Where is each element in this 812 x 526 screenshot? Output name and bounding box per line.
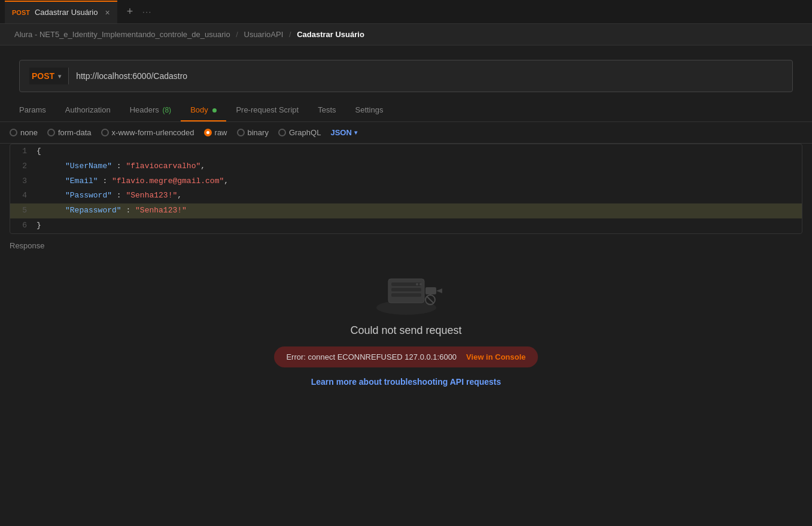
body-type-row: none form-data x-www-form-urlencoded raw…: [0, 122, 812, 144]
radio-urlencoded-circle: [101, 129, 109, 136]
json-format-select[interactable]: JSON ▾: [330, 128, 357, 137]
url-input[interactable]: [76, 71, 783, 81]
error-area: Could not send request Error: connect EC…: [0, 255, 812, 399]
tab-body[interactable]: Body: [181, 99, 226, 121]
radio-binary-circle: [237, 129, 245, 136]
error-illustration: [370, 267, 442, 315]
radio-raw-circle: [204, 129, 212, 136]
code-line-2: 2"UserName" : "flaviocarvalho",: [10, 159, 802, 174]
radio-graphql-circle: [278, 129, 286, 136]
error-message: Error: connect ECONNREFUSED 127.0.0.1:60…: [286, 352, 457, 361]
method-chevron-icon: ▾: [58, 73, 61, 80]
line-number: 6: [10, 220, 34, 232]
learn-more-link[interactable]: Learn more about troubleshooting API req…: [311, 377, 501, 387]
method-label: POST: [32, 71, 54, 81]
line-content: {: [34, 145, 802, 158]
tab-close-icon[interactable]: ×: [105, 8, 110, 17]
tab-headers[interactable]: Headers (8): [120, 99, 181, 121]
breadcrumb: Alura - NET5_e_Identity_Implementando_co…: [0, 24, 812, 45]
breadcrumb-current: Cadastrar Usuário: [297, 30, 364, 39]
request-tabs: Params Authorization Headers (8) Body Pr…: [0, 99, 812, 122]
tab-tests[interactable]: Tests: [308, 99, 345, 121]
tab-post-cadastrar[interactable]: POST Cadastrar Usuário ×: [5, 1, 117, 23]
line-number: 4: [10, 190, 34, 202]
svg-line-10: [427, 296, 434, 303]
tab-settings[interactable]: Settings: [346, 99, 393, 121]
breadcrumb-part2: UsuarioAPI: [244, 30, 284, 39]
error-banner: Error: connect ECONNREFUSED 127.0.0.1:60…: [274, 346, 537, 367]
line-number: 2: [10, 160, 34, 173]
line-content: "Email" : "flavio.megre@gmail.com",: [34, 175, 802, 188]
svg-rect-4: [391, 293, 421, 297]
code-line-1: 1{: [10, 144, 802, 159]
svg-rect-7: [425, 287, 436, 294]
response-label: Response: [10, 241, 45, 250]
breadcrumb-sep1: /: [236, 30, 238, 39]
tab-method-badge: POST: [12, 9, 30, 16]
svg-point-6: [419, 283, 422, 285]
svg-point-5: [416, 283, 418, 285]
code-editor[interactable]: 1{2"UserName" : "flaviocarvalho",3"Email…: [10, 144, 802, 234]
tab-params[interactable]: Params: [10, 99, 56, 121]
radio-none-circle: [10, 129, 17, 136]
method-select[interactable]: POST ▾: [29, 68, 69, 84]
more-tabs-button[interactable]: ···: [138, 8, 157, 16]
new-tab-button[interactable]: +: [122, 5, 138, 18]
code-line-4: 4"Password" : "Senha123!",: [10, 188, 802, 203]
radio-form-data[interactable]: form-data: [47, 128, 92, 137]
breadcrumb-part1: Alura - NET5_e_Identity_Implementando_co…: [14, 30, 230, 39]
breadcrumb-sep2: /: [289, 30, 291, 39]
tab-title: Cadastrar Usuário: [35, 8, 98, 17]
line-content: }: [34, 220, 802, 232]
code-line-6: 6}: [10, 218, 802, 233]
code-line-3: 3"Email" : "flavio.megre@gmail.com",: [10, 174, 802, 189]
error-title: Could not send request: [350, 324, 461, 337]
line-number: 5: [10, 205, 34, 217]
radio-urlencoded[interactable]: x-www-form-urlencoded: [101, 128, 194, 137]
headers-badge: (8): [162, 106, 171, 114]
body-dot-icon: [212, 108, 217, 113]
line-content: "Repassword" : "Senha123!": [34, 205, 802, 217]
radio-form-data-circle: [47, 129, 55, 136]
svg-rect-3: [391, 288, 421, 291]
radio-raw[interactable]: raw: [204, 128, 227, 137]
line-number: 1: [10, 145, 34, 158]
radio-graphql[interactable]: GraphQL: [278, 128, 321, 137]
view-in-console-button[interactable]: View in Console: [466, 352, 525, 361]
url-bar: POST ▾: [19, 60, 793, 92]
svg-marker-8: [436, 288, 442, 293]
radio-binary[interactable]: binary: [237, 128, 269, 137]
response-section: Response: [0, 234, 812, 255]
code-line-5: 5"Repassword" : "Senha123!": [10, 203, 802, 218]
line-content: "Password" : "Senha123!",: [34, 190, 802, 202]
tab-authorization[interactable]: Authorization: [56, 99, 120, 121]
tab-pre-request[interactable]: Pre-request Script: [226, 99, 308, 121]
radio-none[interactable]: none: [10, 128, 38, 137]
line-content: "UserName" : "flaviocarvalho",: [34, 160, 802, 173]
tab-bar: POST Cadastrar Usuário × + ···: [0, 0, 812, 24]
json-chevron-icon: ▾: [354, 129, 357, 136]
line-number: 3: [10, 175, 34, 188]
